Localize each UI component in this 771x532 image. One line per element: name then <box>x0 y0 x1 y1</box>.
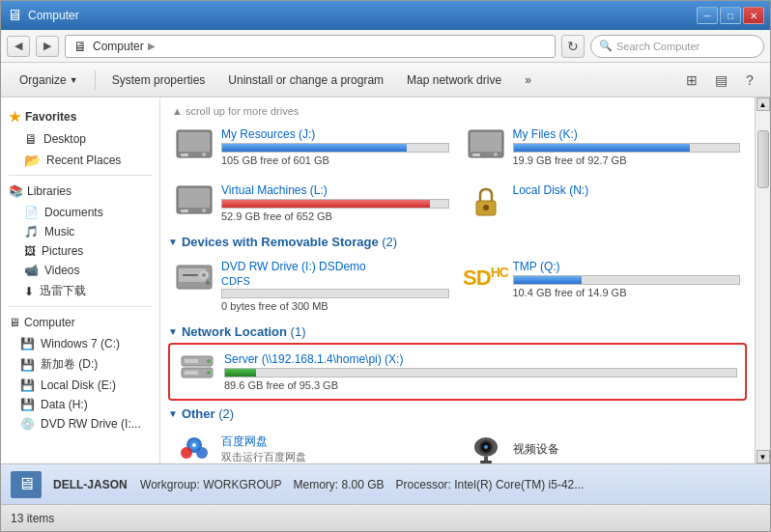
drive-name-k: My Files (K:) <box>513 127 741 141</box>
drive-bar-fill-l <box>222 200 430 208</box>
sidebar: ★ Favorites 🖥 Desktop 📂 Recent Places 📚 … <box>1 98 160 463</box>
libraries-icon: 📚 <box>9 184 23 198</box>
removable-label: Devices with Removable Storage (2) <box>182 235 397 249</box>
svg-point-18 <box>202 273 206 277</box>
drive-info-dvd: DVD RW Drive (I:) DSDemo CDFS 0 bytes fr… <box>221 260 449 312</box>
refresh-button[interactable]: ↻ <box>561 35 585 58</box>
minimize-button[interactable]: ─ <box>697 7 718 24</box>
scrollbar-thumb[interactable] <box>757 130 769 188</box>
drive-dvd[interactable]: DVD RW Drive (I:) DSDemo CDFS 0 bytes fr… <box>168 253 456 319</box>
sidebar-item-desktop[interactable]: 🖥 Desktop <box>1 128 159 150</box>
drive-bar-dvd <box>221 289 449 298</box>
forward-button[interactable]: ▶ <box>36 36 59 57</box>
processor-text: Processor: Intel(R) Core(TM) i5-42... <box>396 478 585 491</box>
scrollbar-track: ▲ ▼ <box>755 98 770 463</box>
view-options-button[interactable]: ⊞ <box>679 68 704 93</box>
local-disk-e-icon: 💾 <box>20 378 35 392</box>
removable-section-header[interactable]: ▼ Devices with Removable Storage (2) <box>168 235 747 249</box>
svg-point-3 <box>202 153 206 156</box>
drive-icon-sd: SDHC <box>467 260 505 294</box>
toolbar-right: ⊞ ▤ ? <box>679 68 762 93</box>
system-properties-button[interactable]: System properties <box>101 68 216 93</box>
info-bar: 🖥 DELL-JASON Workgroup: WORKGROUP Memory… <box>1 463 770 504</box>
search-box[interactable]: 🔍 Search Computer <box>590 35 764 58</box>
svg-rect-6 <box>472 154 480 156</box>
removable-grid: DVD RW Drive (I:) DSDemo CDFS 0 bytes fr… <box>168 253 747 319</box>
drive-free-server: 89.6 GB free of 95.3 GB <box>224 379 737 391</box>
other-section-header[interactable]: ▼ Other (2) <box>168 406 747 421</box>
favorites-section: ★ Favorites 🖥 Desktop 📂 Recent Places <box>1 105 159 171</box>
other-camera[interactable]: 视频设备 <box>460 425 748 463</box>
sidebar-item-downloads[interactable]: ⬇ 迅雷下载 <box>1 280 159 302</box>
recent-icon: 📂 <box>24 153 41 168</box>
help-button[interactable]: ? <box>737 68 762 93</box>
baidu-info: 百度网盘 双击运行百度网盘 <box>221 434 306 463</box>
sidebar-item-music[interactable]: 🎵 Music <box>1 222 159 241</box>
network-section-header[interactable]: ▼ Network Location (1) <box>168 324 747 339</box>
computer-icon-symbol: 🖥 <box>17 474 35 494</box>
drive-name-tmp: TMP (Q:) <box>513 260 741 273</box>
drive-my-files[interactable]: My Files (K:) 19.9 GB free of 92.7 GB <box>460 121 748 173</box>
back-button[interactable]: ◀ <box>7 36 30 57</box>
sidebar-item-dvd[interactable]: 💿 DVD RW Drive (I:... <box>1 414 159 434</box>
network-triangle: ▼ <box>168 326 178 337</box>
memory-text: Memory: 8.00 GB <box>294 478 385 491</box>
drive-name-n: Local Disk (N:) <box>513 183 741 197</box>
sidebar-item-new-volume[interactable]: 💾 新加卷 (D:) <box>1 353 159 376</box>
sidebar-item-local-disk-e[interactable]: 💾 Local Disk (E:) <box>1 376 159 395</box>
sidebar-item-documents[interactable]: 📄 Documents <box>1 203 159 222</box>
drive-icon-dvd <box>175 260 214 294</box>
drive-local-disk-n[interactable]: Local Disk (N:) <box>460 177 748 229</box>
drive-virtual-machines[interactable]: Virtual Machines (L:) 52.9 GB free of 65… <box>168 177 456 229</box>
other-baidu[interactable]: 百度网盘 双击运行百度网盘 <box>168 425 456 463</box>
drive-icon-server <box>178 352 216 387</box>
uninstall-button[interactable]: Uninstall or change a program <box>217 68 394 93</box>
address-bar: ◀ ▶ 🖥 Computer ▶ ↻ 🔍 Search Computer <box>1 30 770 63</box>
scroll-up-button[interactable]: ▲ <box>757 98 770 111</box>
svg-rect-1 <box>179 132 210 152</box>
svg-rect-5 <box>471 132 501 152</box>
drive-icon-l <box>175 183 214 218</box>
view-toggle-button[interactable]: ▤ <box>708 68 733 93</box>
svg-rect-2 <box>181 154 188 156</box>
svg-point-28 <box>196 447 208 459</box>
drive-bar-fill-server <box>225 369 256 377</box>
drive-server[interactable]: Server (\\192.168.1.4\home\pi) (X:) 89.6… <box>174 349 741 395</box>
sidebar-item-recent[interactable]: 📂 Recent Places <box>1 150 159 171</box>
sidebar-sep-1 <box>9 175 152 176</box>
data-h-icon: 💾 <box>20 398 35 411</box>
libraries-header[interactable]: 📚 Libraries <box>1 180 159 203</box>
drive-icon-k <box>467 127 505 162</box>
drive-tmp[interactable]: SDHC TMP (Q:) 10.4 GB free of 14.9 GB <box>460 253 748 319</box>
svg-point-22 <box>207 359 211 363</box>
hard-disk-grid: My Resources (J:) 105 GB free of 601 GB <box>168 121 747 229</box>
svg-rect-25 <box>185 371 198 375</box>
organize-button[interactable]: Organize ▼ <box>9 68 89 93</box>
sdhc-label: SDHC <box>463 266 508 289</box>
sidebar-item-videos[interactable]: 📹 Videos <box>1 261 159 280</box>
svg-point-27 <box>181 447 192 459</box>
close-button[interactable]: ✕ <box>743 7 764 24</box>
more-button[interactable]: » <box>514 68 542 93</box>
item-count: 13 items <box>11 512 54 525</box>
svg-rect-36 <box>480 461 492 463</box>
network-label: Network Location (1) <box>182 324 306 339</box>
win7-icon: 💾 <box>20 337 35 350</box>
drive-free-j: 105 GB free of 601 GB <box>221 154 449 166</box>
drive-my-resources[interactable]: My Resources (J:) 105 GB free of 601 GB <box>168 121 456 173</box>
sidebar-item-win7[interactable]: 💾 Windows 7 (C:) <box>1 334 159 353</box>
computer-header[interactable]: 🖥 Computer <box>1 311 159 334</box>
drive-info-n: Local Disk (N:) <box>513 183 741 199</box>
scroll-down-button[interactable]: ▼ <box>757 450 770 463</box>
sidebar-item-data-h[interactable]: 💾 Data (H:) <box>1 395 159 414</box>
svg-point-13 <box>483 205 489 210</box>
sidebar-favorites-header[interactable]: ★ Favorites <box>1 105 159 128</box>
address-arrow: ▶ <box>148 41 156 51</box>
sidebar-item-pictures[interactable]: 🖼 Pictures <box>1 241 159 261</box>
drive-info-j: My Resources (J:) 105 GB free of 601 GB <box>221 127 449 166</box>
removable-triangle: ▼ <box>168 237 178 247</box>
map-network-button[interactable]: Map network drive <box>396 68 512 93</box>
maximize-button[interactable]: □ <box>720 7 741 24</box>
computer-icon: 🖥 <box>9 316 20 329</box>
address-box[interactable]: 🖥 Computer ▶ <box>65 35 556 58</box>
